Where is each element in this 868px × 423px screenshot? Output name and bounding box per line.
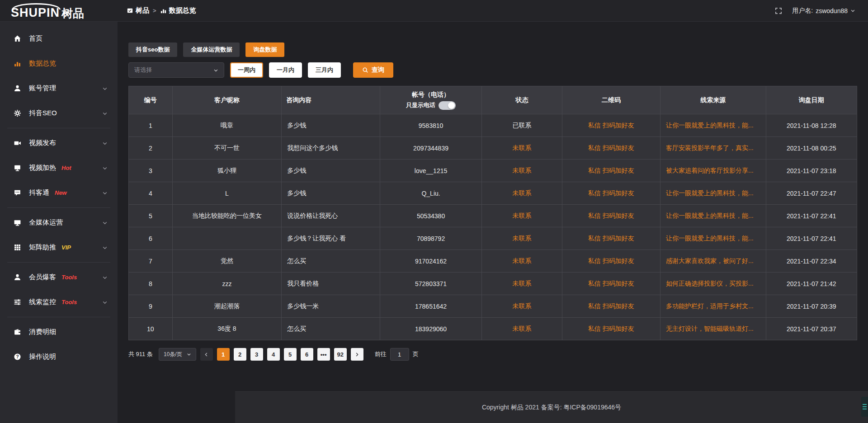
cell-nickname: 狐小狸 xyxy=(172,160,282,182)
cell-date: 2021-11-07 22:34 xyxy=(766,250,857,273)
tab-抖音seo数据[interactable]: 抖音seo数据 xyxy=(128,42,177,57)
cell-date: 2021-11-07 20:37 xyxy=(766,318,857,340)
sidebar-item-视频加热[interactable]: 视频加热Hot xyxy=(0,155,118,180)
qr-links[interactable]: 私信 扫码加好友 xyxy=(588,144,634,151)
query-button-label: 查询 xyxy=(372,66,384,74)
username: zswodun88 xyxy=(816,7,848,14)
question-icon: ? xyxy=(14,353,22,361)
sidebar-badge: Tools xyxy=(61,299,77,306)
source-link[interactable]: 被大家追着问的客厅投影分享... xyxy=(666,167,754,174)
footer: Copyright 树品 2021 备案号: 粤ICP备09019646号 xyxy=(235,391,868,423)
sidebar-divider xyxy=(7,317,110,317)
source-link[interactable]: 让你一眼就爱上的黑科技，能... xyxy=(666,235,754,242)
filter-select-placeholder: 请选择 xyxy=(134,66,152,74)
sidebar-item-操作说明[interactable]: ?操作说明 xyxy=(0,344,118,369)
source-link[interactable]: 让你一眼就爱上的黑科技，能... xyxy=(666,122,754,129)
qr-links[interactable]: 私信 扫码加好友 xyxy=(588,302,634,310)
table-row: 1哦章多少钱9583810已联系私信 扫码加好友让你一眼就爱上的黑科技，能...… xyxy=(129,114,857,137)
breadcrumb-current[interactable]: 数据总览 xyxy=(160,6,196,15)
sidebar-item-抖音SEO[interactable]: 抖音SEO xyxy=(0,101,118,126)
fullscreen-icon[interactable] xyxy=(775,7,782,14)
table-header-row: 编号 客户昵称 咨询内容 帐号（电话） 只显示电话 状态 二维码 xyxy=(129,86,857,114)
goto-page-input[interactable] xyxy=(390,348,409,361)
range-button-三月内[interactable]: 三月内 xyxy=(308,62,341,78)
screen-icon xyxy=(14,164,22,172)
cell-content: 说说价格让我死心 xyxy=(282,205,380,227)
sidebar-item-label: 线索监控 xyxy=(29,298,56,306)
range-button-一周内[interactable]: 一周内 xyxy=(230,62,263,78)
query-button[interactable]: 查询 xyxy=(353,62,393,78)
qr-links[interactable]: 私信 扫码加好友 xyxy=(588,212,634,219)
floating-widget[interactable] xyxy=(861,397,868,417)
sidebar-item-全媒体运营[interactable]: 全媒体运营 xyxy=(0,210,118,235)
sidebar-item-矩阵助推[interactable]: 矩阵助推VIP xyxy=(0,235,118,260)
user-prefix: 用户名: xyxy=(792,7,813,15)
sidebar-item-消费明细[interactable]: 消费明细 xyxy=(0,320,118,344)
page-button-4[interactable]: 4 xyxy=(267,348,280,361)
sidebar-item-账号管理[interactable]: 账号管理 xyxy=(0,76,118,101)
cell-id: 8 xyxy=(129,273,173,295)
cell-id: 1 xyxy=(129,114,173,137)
sidebar-item-抖客通[interactable]: 抖客通New xyxy=(0,180,118,205)
qr-links[interactable]: 私信 扫码加好友 xyxy=(588,167,634,174)
page-size-select[interactable]: 10条/页 xyxy=(159,348,196,361)
sidebar-item-label: 全媒体运营 xyxy=(29,218,63,227)
source-link[interactable]: 让你一眼就爱上的黑科技，能... xyxy=(666,189,754,197)
next-page-button[interactable] xyxy=(351,348,363,361)
phone-only-toggle[interactable] xyxy=(439,101,456,110)
page-button-6[interactable]: 6 xyxy=(301,348,313,361)
qr-links[interactable]: 私信 扫码加好友 xyxy=(588,235,634,242)
qr-links[interactable]: 私信 扫码加好友 xyxy=(588,189,634,197)
page-button-92[interactable]: 92 xyxy=(334,348,347,361)
status-badge: 未联系 xyxy=(482,250,562,273)
table-row: 9潮起潮落多少钱一米178651642未联系私信 扫码加好友多功能护栏灯，适用于… xyxy=(129,295,857,318)
cell-nickname: L xyxy=(172,182,282,205)
page-ellipsis-button[interactable]: ••• xyxy=(317,348,330,361)
cell-nickname: 36度 8 xyxy=(172,318,282,340)
svg-text:?: ? xyxy=(16,354,19,359)
sidebar-item-视频发布[interactable]: 视频发布 xyxy=(0,131,118,155)
sidebar-item-会员爆客[interactable]: 会员爆客Tools xyxy=(0,265,118,290)
source-link[interactable]: 如何正确选择投影仪，买投影... xyxy=(666,280,754,287)
cell-date: 2021-11-07 20:39 xyxy=(766,295,857,318)
cell-qrcode: 私信 扫码加好友 xyxy=(562,205,660,227)
range-button-一月内[interactable]: 一月内 xyxy=(269,62,302,78)
chevron-down-icon xyxy=(213,68,218,73)
qr-links[interactable]: 私信 扫码加好友 xyxy=(588,325,634,332)
sidebar-item-label: 操作说明 xyxy=(29,352,56,361)
sidebar-item-线索监控[interactable]: 线索监控Tools xyxy=(0,290,118,315)
source-link[interactable]: 让你一眼就爱上的黑科技，能... xyxy=(666,212,754,219)
page-button-3[interactable]: 3 xyxy=(250,348,263,361)
user-menu[interactable]: 用户名: zswodun88 xyxy=(792,7,855,15)
cell-content: 我只看价格 xyxy=(282,273,380,295)
qr-links[interactable]: 私信 扫码加好友 xyxy=(588,257,634,264)
cell-id: 2 xyxy=(129,137,173,160)
cell-source: 客厅安装投影半年多了，真实... xyxy=(660,137,766,160)
source-link[interactable]: 多功能护栏灯，适用于乡村文... xyxy=(666,302,754,310)
prev-page-button[interactable] xyxy=(200,348,213,361)
sidebar-divider xyxy=(7,207,110,208)
cell-account: love__1215 xyxy=(380,160,482,182)
source-link[interactable]: 客厅安装投影半年多了，真实... xyxy=(666,144,754,151)
chevron-down-icon xyxy=(850,8,855,13)
page-button-2[interactable]: 2 xyxy=(234,348,246,361)
table-row: 8zzz我只看价格572803371未联系私信 扫码加好友如何正确选择投影仪，买… xyxy=(129,273,857,295)
sidebar-item-首页[interactable]: 首页 xyxy=(0,26,118,51)
logo-text-cn: 树品 xyxy=(61,8,84,19)
qr-links[interactable]: 私信 扫码加好友 xyxy=(588,122,634,129)
tab-全媒体运营数据[interactable]: 全媒体运营数据 xyxy=(183,42,240,57)
page-button-1[interactable]: 1 xyxy=(217,348,230,361)
breadcrumb-home[interactable]: 树品 xyxy=(127,6,149,15)
filter-select[interactable]: 请选择 xyxy=(128,62,224,78)
source-link[interactable]: 感谢大家喜欢我家，被问了好... xyxy=(666,257,754,264)
cell-account: Q_Liu. xyxy=(380,182,482,205)
cell-account: 183929060 xyxy=(380,318,482,340)
page-button-5[interactable]: 5 xyxy=(284,348,297,361)
source-link[interactable]: 无主灯设计，智能磁吸轨道灯... xyxy=(666,325,754,332)
sidebar-divider xyxy=(7,128,110,128)
cell-nickname: 潮起潮落 xyxy=(172,295,282,318)
tab-询盘数据[interactable]: 询盘数据 xyxy=(245,42,284,57)
qr-links[interactable]: 私信 扫码加好友 xyxy=(588,280,634,287)
main-area: 抖音seo数据全媒体运营数据询盘数据 请选择 一周内一月内三月内 查询 编号 客… xyxy=(118,22,868,423)
sidebar-item-数据总览[interactable]: 数据总览 xyxy=(0,51,118,76)
